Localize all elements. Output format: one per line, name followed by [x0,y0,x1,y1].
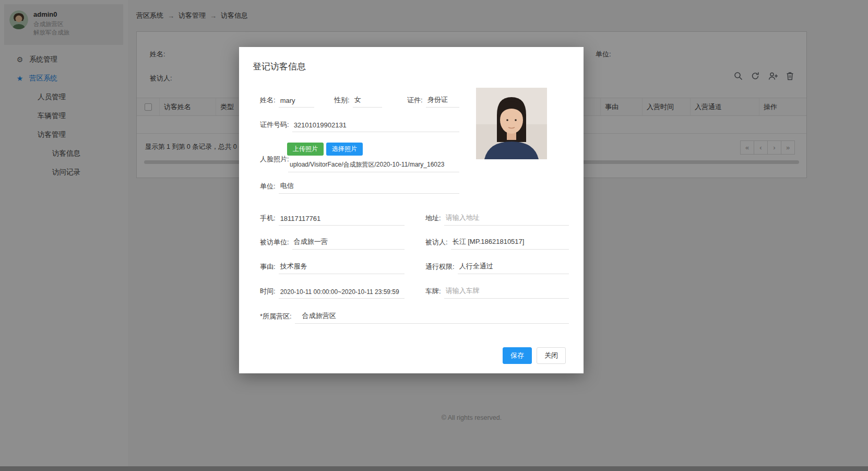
face-photo-path-input[interactable]: upload/VisitorFace/合成旅营区/2020-10-11/mary… [288,160,459,172]
time-input[interactable]: 2020-10-11 00:00:00~2020-10-11 23:59:59 [279,288,405,299]
field-reason: 事由: 技术服务 [260,260,405,274]
field-visited-person: 被访人: 长江 [MP.18621810517] [425,235,569,250]
field-camp: *所属营区: 合成旅营区 [260,308,569,324]
field-id-type: 证件: 身份证 [407,93,459,108]
phone-input[interactable]: 18117117761 [279,215,405,226]
field-id-number: 证件号码: 32101019902131 [260,117,459,132]
field-visited-unit: 被访单位: 合成旅一营 [260,235,405,250]
reason-input[interactable]: 技术服务 [279,262,405,274]
visitor-register-modal: 登记访客信息 姓名: mary 性别: 女 证件: 身份证 证件号码: 3210… [239,47,584,373]
upload-photo-button[interactable]: 上传照片 [287,143,324,156]
visitor-photo [476,88,547,159]
name-input[interactable]: mary [279,97,314,108]
visited-person-input[interactable]: 长江 [MP.18621810517] [451,237,569,250]
field-face-photo-path: upload/VisitorFace/合成旅营区/2020-10-11/mary… [288,158,459,172]
id-type-input[interactable]: 身份证 [426,95,459,108]
field-permission-label: 通行权限: [425,262,455,274]
field-camp-label: *所属营区: [260,312,292,324]
visited-unit-input[interactable]: 合成旅一营 [292,237,405,250]
field-id-number-label: 证件号码: [260,120,289,132]
field-phone: 手机: 18117117761 [260,211,405,226]
field-visited-unit-label: 被访单位: [260,238,289,250]
id-number-input[interactable]: 32101019902131 [292,121,459,132]
field-time: 时间: 2020-10-11 00:00:00~2020-10-11 23:59… [260,284,405,299]
photo-buttons: 上传照片 选择照片 [287,143,363,156]
visitor-portrait-image [476,88,547,159]
field-unit: 单位: 电信 [260,179,459,194]
field-address-label: 地址: [425,214,441,226]
field-plate-label: 车牌: [425,287,441,299]
field-unit-label: 单位: [260,182,276,194]
save-button[interactable]: 保存 [503,347,532,364]
permission-input[interactable]: 人行全通过 [458,262,569,274]
plate-input[interactable]: 请输入车牌 [444,286,569,299]
modal-actions: 保存 关闭 [503,347,566,364]
field-face-photo-label: 人脸照片: [260,155,289,164]
field-gender: 性别: 女 [334,93,382,108]
field-phone-label: 手机: [260,214,276,226]
modal-title: 登记访客信息 [253,61,306,73]
camp-select[interactable]: 合成旅营区 [295,311,569,324]
gender-input[interactable]: 女 [353,95,382,108]
unit-input[interactable]: 电信 [279,181,459,194]
field-name-label: 姓名: [260,96,276,108]
close-button[interactable]: 关闭 [537,347,566,364]
field-name: 姓名: mary [260,93,314,108]
field-plate: 车牌: 请输入车牌 [425,284,569,299]
field-permission: 通行权限: 人行全通过 [425,260,569,274]
field-id-type-label: 证件: [407,96,423,108]
field-gender-label: 性别: [334,96,350,108]
choose-photo-button[interactable]: 选择照片 [326,143,363,156]
address-input[interactable]: 请输入地址 [444,213,569,226]
field-reason-label: 事由: [260,262,276,274]
field-visited-person-label: 被访人: [425,238,448,250]
field-address: 地址: 请输入地址 [425,211,569,226]
field-time-label: 时间: [260,287,276,299]
